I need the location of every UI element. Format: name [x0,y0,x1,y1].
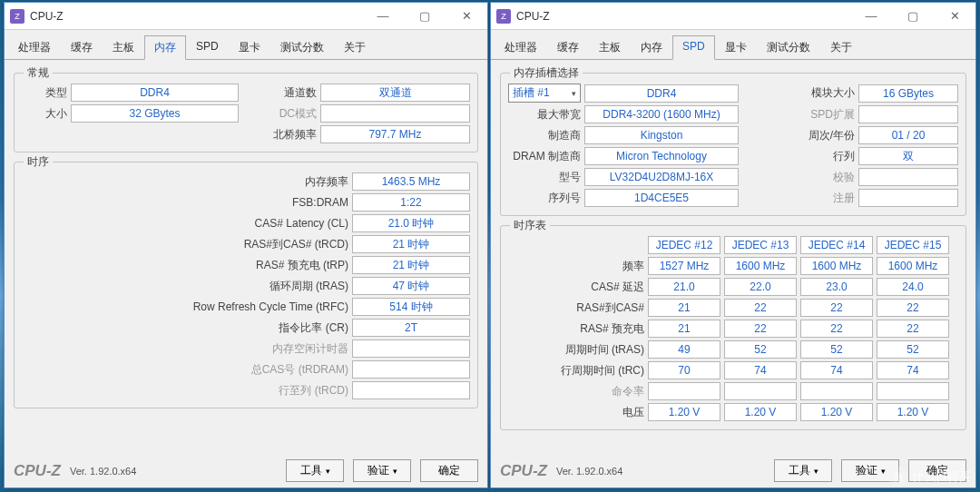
timing-value: 21 时钟 [352,256,470,274]
jedec-cell: 74 [800,361,873,379]
tools-button[interactable]: 工具 [774,459,832,482]
jedec-cell: 24.0 [877,278,949,296]
jedec-row-label: 频率 [508,259,644,274]
tab-memory[interactable]: 内存 [144,35,186,60]
maximize-button[interactable]: ▢ [892,3,934,30]
timing-label: CAS# Latency (CL) [113,217,348,230]
group-slot-select: 内存插槽选择 插槽 #1 DDR4 模块大小 16 GBytes 最大带宽 DD… [500,73,966,216]
tab-memory[interactable]: 内存 [631,35,672,59]
jedec-cell: 21 [648,320,720,338]
jedec-cell: 22 [800,299,873,317]
tab-spd[interactable]: SPD [672,35,715,60]
size-label: 大小 [22,106,67,122]
jedec-cell [648,382,720,400]
jedec-cell: 21 [648,299,720,317]
timing-label: 循环周期 (tRAS) [113,279,348,294]
jedec-cell: 22 [724,320,797,338]
tab-cpu[interactable]: 处理器 [8,35,61,59]
validate-button[interactable]: 验证 [353,459,411,482]
timing-label: 内存频率 [113,174,348,190]
tab-about[interactable]: 关于 [820,35,862,59]
timing-label: RAS#到CAS# (tRCD) [113,237,348,252]
size-value: 32 GBytes [71,104,239,123]
minimize-button[interactable]: — [362,3,404,30]
manuf-value: Kingston [584,126,739,144]
maximize-button[interactable]: ▢ [404,3,446,30]
slot-type-value: DDR4 [584,84,739,103]
titlebar[interactable]: Z CPU-Z — ▢ ✕ [5,3,487,30]
ranks-label: 行列 [773,149,855,164]
jedec-cell: 22 [800,320,873,338]
tab-bench[interactable]: 测试分数 [270,35,334,59]
timing-label: FSB:DRAM [113,196,348,209]
app-icon: Z [496,9,511,24]
tab-mainboard[interactable]: 主板 [103,35,144,59]
week-value: 01 / 20 [858,126,958,144]
week-label: 周次/年份 [773,128,855,143]
timing-value: 1463.5 MHz [352,172,470,191]
ok-button[interactable]: 确定 [420,459,478,482]
jedec-cell: 1600 MHz [877,257,949,275]
timing-value: 21 时钟 [352,235,470,253]
brand-label: CPU-Z [14,462,61,480]
reg-label: 注册 [773,191,855,206]
group-title: 时序 [24,154,53,170]
cpuz-window-spd: Z CPU-Z — ▢ ✕ 处理器 缓存 主板 内存 SPD 显卡 测试分数 关… [490,2,976,488]
tab-mainboard[interactable]: 主板 [589,35,631,59]
timing-value: 514 时钟 [352,298,470,316]
jedec-cell: 23.0 [800,278,873,296]
tab-bench[interactable]: 测试分数 [757,35,820,59]
jedec-cell: 70 [648,361,720,379]
jedec-row-label: 周期时间 (tRAS) [508,342,644,358]
watermark: 值 什么值得买 [888,467,971,487]
tab-cache[interactable]: 缓存 [61,35,103,59]
part-label: 型号 [508,170,581,185]
tab-bar: 处理器 缓存 主板 内存 SPD 显卡 测试分数 关于 [491,30,975,60]
correction-label: 校验 [773,170,855,185]
titlebar[interactable]: Z CPU-Z — ▢ ✕ [491,3,975,30]
tab-cpu[interactable]: 处理器 [495,35,547,59]
jedec-row-label: CAS# 延迟 [508,280,644,295]
jedec-cell: 1.20 V [648,403,720,421]
close-button[interactable]: ✕ [934,3,975,30]
tab-about[interactable]: 关于 [334,35,376,59]
jedec-cell: 52 [724,340,797,359]
jedec-cell: 1600 MHz [800,257,873,275]
dcmode-value [320,104,470,123]
jedec-cell [800,382,873,400]
group-title: 常规 [24,65,53,81]
spdext-label: SPD扩展 [773,107,855,123]
jedec-cell: 1.20 V [724,403,797,421]
serial-label: 序列号 [508,191,581,206]
jedec-row-label: 命令率 [508,384,644,399]
part-value: LV32D4U2D8MJ-16X [584,168,739,186]
tab-graphics[interactable]: 显卡 [229,35,270,59]
timing-value [352,339,470,358]
window-title: CPU-Z [30,10,362,23]
jedec-cell: 74 [724,361,797,379]
type-label: 类型 [22,85,67,101]
slot-select[interactable]: 插槽 #1 [508,84,581,103]
tab-spd[interactable]: SPD [186,35,229,59]
jedec-row-label: RAS#到CAS# [508,300,644,316]
timing-value: 1:22 [352,193,470,212]
correction-value [858,168,958,186]
close-button[interactable]: ✕ [446,3,487,30]
timing-label: 内存空闲计时器 [113,341,348,357]
timing-label: 总CAS号 (tRDRAM) [113,362,348,378]
timing-label: Row Refresh Cycle Time (tRFC) [113,300,348,313]
app-icon: Z [10,9,24,24]
channels-value: 双通道 [320,84,470,102]
tab-graphics[interactable]: 显卡 [715,35,757,59]
jedec-cell: 22.0 [724,278,797,296]
group-title: 时序表 [510,218,550,233]
timing-label: 指令比率 (CR) [113,320,348,336]
tools-button[interactable]: 工具 [286,459,344,482]
group-title: 内存插槽选择 [510,65,583,81]
tab-cache[interactable]: 缓存 [547,35,589,59]
jedec-cell: 21.0 [648,278,720,296]
jedec-cell: 1527 MHz [648,257,720,275]
timing-label: RAS# 预充电 (tRP) [113,258,348,273]
timing-value: 2T [352,319,470,337]
minimize-button[interactable]: — [850,3,892,30]
